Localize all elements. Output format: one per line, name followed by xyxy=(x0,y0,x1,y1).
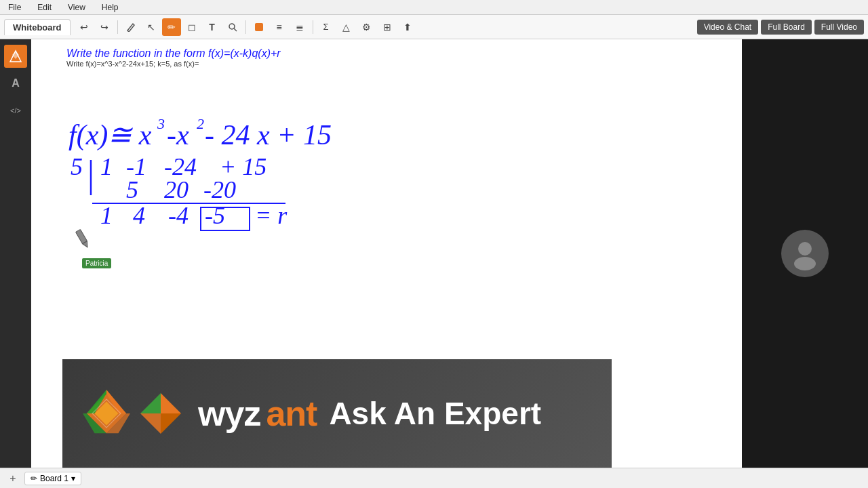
board-pencil-icon: ✏ xyxy=(31,474,37,483)
graph-button[interactable]: △ xyxy=(337,18,356,36)
svg-text:1: 1 xyxy=(100,202,113,229)
sidebar-code-button[interactable]: </> xyxy=(4,99,27,122)
thickness-button[interactable]: ≣ xyxy=(290,18,309,36)
svg-text:-5: -5 xyxy=(205,202,225,229)
sidebar: A </> xyxy=(0,39,31,468)
menu-help[interactable]: Help xyxy=(99,1,121,14)
video-panel xyxy=(742,39,868,468)
svg-marker-34 xyxy=(140,393,161,413)
video-chat-button[interactable]: Video & Chat xyxy=(697,20,759,35)
user-avatar xyxy=(781,230,829,277)
svg-text:1: 1 xyxy=(100,153,113,180)
svg-text:20: 20 xyxy=(164,176,189,203)
svg-text:- 24 x + 15: - 24 x + 15 xyxy=(205,119,332,150)
avatar-icon xyxy=(788,237,822,270)
brand-text: wyzant Ask An Expert xyxy=(198,393,541,434)
upload-button[interactable]: ⬆ xyxy=(398,18,417,36)
toolbar-divider-2 xyxy=(245,20,246,34)
svg-marker-36 xyxy=(140,413,161,434)
svg-rect-25 xyxy=(76,229,87,243)
svg-text:3: 3 xyxy=(157,115,165,132)
svg-marker-35 xyxy=(161,393,181,413)
settings-button[interactable]: ⚙ xyxy=(357,18,376,36)
full-board-button[interactable]: Full Board xyxy=(761,20,812,35)
menu-file[interactable]: File xyxy=(5,1,24,14)
formula-button[interactable]: Σ xyxy=(317,18,336,36)
svg-marker-37 xyxy=(161,413,181,434)
ask-expert-text: Ask An Expert xyxy=(329,395,541,432)
svg-point-0 xyxy=(229,24,235,29)
eraser-button[interactable]: ◻ xyxy=(182,18,201,36)
svg-text:-20: -20 xyxy=(203,176,236,203)
svg-marker-3 xyxy=(12,51,19,59)
svg-point-39 xyxy=(794,257,816,270)
svg-line-1 xyxy=(234,28,237,31)
menu-bar: File Edit View Help xyxy=(0,0,868,15)
wyz-text: wyz xyxy=(198,393,260,434)
bottom-bar: + ✏ Board 1 ▾ xyxy=(0,468,868,488)
svg-text:f(x)≅ x: f(x)≅ x xyxy=(68,119,152,151)
text-button[interactable]: T xyxy=(203,18,222,36)
color-button[interactable] xyxy=(250,18,269,36)
diamond-icon xyxy=(83,390,130,437)
toolbar: Whiteboard ↩ ↪ ↖ ✏ ◻ T ≡ ≣ Σ △ ⚙ ⊞ ⬆ Vid… xyxy=(0,15,868,39)
svg-point-38 xyxy=(798,242,812,256)
toolbar-divider-1 xyxy=(117,20,118,34)
svg-text:-4: -4 xyxy=(168,202,189,229)
redo-button[interactable]: ↪ xyxy=(95,18,114,36)
svg-text:2: 2 xyxy=(197,115,204,132)
select-button[interactable]: ↖ xyxy=(142,18,161,36)
toolbar-divider-3 xyxy=(313,20,313,34)
svg-text:5: 5 xyxy=(71,153,83,180)
lines-button[interactable]: ≡ xyxy=(270,18,289,36)
wyzant-diamond xyxy=(137,390,184,437)
svg-text:= r: = r xyxy=(255,202,288,229)
whiteboard-tab[interactable]: Whiteboard xyxy=(4,19,71,35)
cursor-label: Patricia xyxy=(82,256,111,268)
bottom-banner: wyzant Ask An Expert xyxy=(62,359,612,468)
full-video-button[interactable]: Full Video xyxy=(814,20,864,35)
board-dropdown-icon: ▾ xyxy=(71,474,75,483)
board-tab-1[interactable]: ✏ Board 1 ▾ xyxy=(24,472,81,485)
main-area: A </> Write the function in the form f(x… xyxy=(0,39,868,468)
svg-text:5: 5 xyxy=(126,176,138,203)
grid-button[interactable]: ⊞ xyxy=(378,18,397,36)
right-buttons: Video & Chat Full Board Full Video xyxy=(697,20,864,35)
svg-text:-x: -x xyxy=(167,119,189,150)
cursor-user-name: Patricia xyxy=(82,258,111,268)
svg-text:4: 4 xyxy=(133,202,145,229)
wyzant-logo xyxy=(83,390,184,437)
draw-button[interactable] xyxy=(121,18,140,36)
undo-button[interactable]: ↩ xyxy=(75,18,94,36)
add-board-button[interactable]: + xyxy=(5,471,20,486)
sidebar-text-button[interactable]: A xyxy=(4,72,27,95)
ant-text: ant xyxy=(266,393,317,434)
canvas-area[interactable]: Write the function in the form f(x)=(x-k… xyxy=(31,39,742,468)
sidebar-home-button[interactable] xyxy=(4,45,27,68)
menu-view[interactable]: View xyxy=(65,1,88,14)
zoom-button[interactable] xyxy=(223,18,242,36)
pen-button[interactable]: ✏ xyxy=(162,18,181,36)
menu-edit[interactable]: Edit xyxy=(35,1,54,14)
board-label: Board 1 xyxy=(40,474,68,483)
